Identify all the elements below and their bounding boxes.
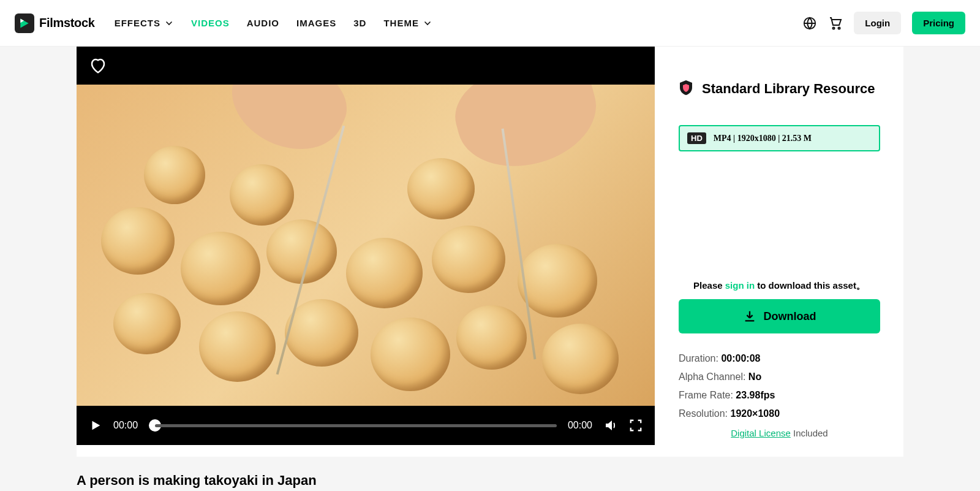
- download-icon: [743, 310, 756, 323]
- header-actions: Login Pricing: [802, 12, 965, 34]
- meta-list: Duration: 00:00:08 Alpha Channel: No Fra…: [679, 353, 880, 438]
- login-label: Login: [865, 18, 890, 28]
- license-suffix: Included: [791, 428, 828, 438]
- download-button[interactable]: Download: [679, 299, 880, 333]
- brand-name: Filmstock: [39, 16, 95, 30]
- nav-images[interactable]: IMAGES: [296, 18, 336, 28]
- signin-pre: Please: [693, 280, 725, 291]
- meta-value: 1920×1080: [731, 408, 780, 419]
- top-header: Filmstock EFFECTS VIDEOS AUDIO IMAGES 3D…: [0, 0, 980, 47]
- login-button[interactable]: Login: [854, 12, 901, 34]
- nav-audio[interactable]: AUDIO: [247, 18, 279, 28]
- volume-button[interactable]: [603, 418, 618, 433]
- signin-post: to download this asset。: [755, 280, 865, 291]
- license-row: Digital License Included: [679, 428, 880, 438]
- quality-badge: HD: [687, 132, 706, 144]
- nav-theme[interactable]: THEME: [383, 18, 432, 28]
- language-icon[interactable]: [802, 16, 817, 31]
- main-row: 00:00 00:00: [77, 47, 903, 457]
- nav-label: 3D: [353, 18, 366, 28]
- svg-point-2: [839, 27, 840, 29]
- meta-label: Resolution:: [679, 408, 731, 419]
- pricing-label: Pricing: [923, 18, 954, 28]
- progress-bar[interactable]: [149, 419, 557, 432]
- chevron-down-icon: [164, 18, 174, 28]
- chevron-down-icon: [423, 18, 432, 28]
- meta-fps: Frame Rate: 23.98fps: [679, 390, 880, 401]
- progress-track: [155, 424, 557, 427]
- resource-title: Standard Library Resource: [702, 81, 875, 97]
- player-controls: 00:00 00:00: [77, 406, 655, 445]
- svg-point-1: [833, 27, 835, 29]
- meta-label: Alpha Channel:: [679, 371, 748, 382]
- meta-duration: Duration: 00:00:08: [679, 353, 880, 364]
- resource-heading: Standard Library Resource: [679, 80, 880, 98]
- favorite-button[interactable]: [89, 56, 107, 77]
- nav-videos[interactable]: VIDEOS: [191, 18, 230, 28]
- page-content: 00:00 00:00: [77, 47, 903, 491]
- format-option[interactable]: HD MP4 | 1920x1080 | 21.53 M: [679, 125, 880, 151]
- total-time: 00:00: [568, 420, 592, 431]
- brand-logo[interactable]: Filmstock: [15, 13, 95, 33]
- download-label: Download: [764, 310, 816, 323]
- nav-label: THEME: [383, 18, 419, 28]
- meta-alpha: Alpha Channel: No: [679, 371, 880, 383]
- signin-prompt: Please sign in to download this asset。: [679, 280, 880, 292]
- nav-label: VIDEOS: [191, 18, 230, 28]
- current-time: 00:00: [113, 420, 138, 431]
- info-panel: Standard Library Resource HD MP4 | 1920x…: [655, 47, 903, 457]
- meta-value: 00:00:08: [721, 353, 760, 363]
- meta-resolution: Resolution: 1920×1080: [679, 408, 880, 419]
- player-column: 00:00 00:00: [77, 47, 655, 457]
- meta-label: Frame Rate:: [679, 390, 736, 400]
- play-button[interactable]: [89, 419, 102, 432]
- format-line: MP4 | 1920x1080 | 21.53 M: [714, 134, 812, 143]
- nav-label: IMAGES: [296, 18, 336, 28]
- meta-value: 23.98fps: [736, 390, 775, 400]
- video-player: 00:00 00:00: [77, 47, 655, 445]
- nav-label: AUDIO: [247, 18, 279, 28]
- nav-label: EFFECTS: [115, 18, 160, 28]
- shield-icon: [679, 80, 693, 98]
- fullscreen-button[interactable]: [629, 419, 643, 432]
- signin-link[interactable]: sign in: [725, 280, 755, 291]
- logo-icon: [15, 13, 34, 33]
- meta-value: No: [748, 371, 761, 382]
- meta-label: Duration:: [679, 353, 721, 363]
- nav-3d[interactable]: 3D: [353, 18, 366, 28]
- nav-effects[interactable]: EFFECTS: [115, 18, 174, 28]
- video-title: A person is making takoyaki in Japan: [77, 457, 903, 489]
- video-frame[interactable]: [77, 85, 655, 406]
- pricing-button[interactable]: Pricing: [912, 12, 965, 34]
- main-nav: EFFECTS VIDEOS AUDIO IMAGES 3D THEME: [115, 18, 803, 28]
- cart-icon[interactable]: [828, 16, 843, 31]
- license-link[interactable]: Digital License: [731, 428, 791, 438]
